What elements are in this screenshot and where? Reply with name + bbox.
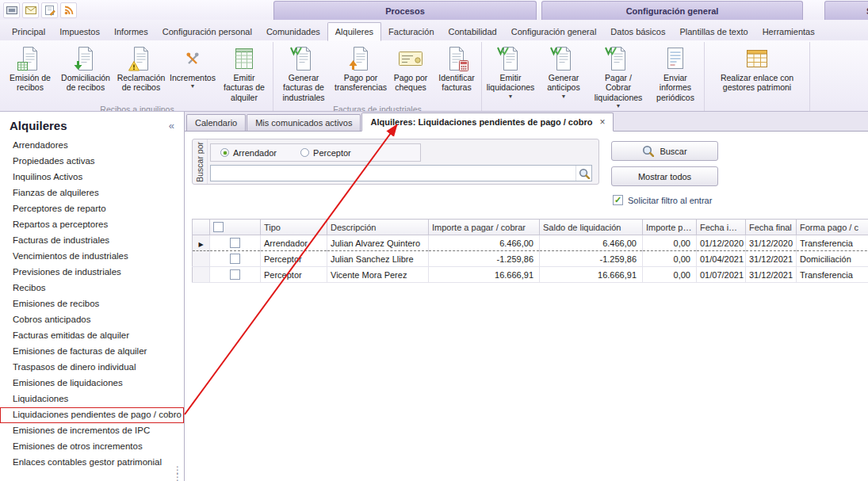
ribbon-button-generar-facturas-industriales[interactable]: Generar facturas de industriales xyxy=(274,42,333,103)
col-saldo-liquidacion[interactable]: Saldo de liquidación xyxy=(540,220,643,235)
sidebar-item[interactable]: Inquilinos Activos xyxy=(0,170,184,185)
table-row[interactable]: ▶ Perceptor Julian Sanchez Llibre -1.259… xyxy=(193,251,868,267)
transfer-payment-icon xyxy=(347,45,374,72)
select-all-checkbox[interactable] xyxy=(213,222,224,232)
mostrar-todos-button[interactable]: Mostrar todos xyxy=(611,166,718,186)
filter-checkbox-label[interactable]: Solicitar filtro al entrar xyxy=(628,196,712,205)
sidebar-item[interactable]: Vencimientos de industriales xyxy=(0,249,184,265)
sidebar-item[interactable]: Emisiones de facturas de alquiler xyxy=(0,344,184,360)
screenshot-icon[interactable] xyxy=(3,2,20,18)
mail-icon[interactable] xyxy=(22,2,39,18)
sidebar-item[interactable]: Perceptores de reparto xyxy=(0,201,184,217)
sidebar-item[interactable]: Emisiones de liquidaciones xyxy=(0,376,184,391)
ribbon-tab[interactable]: Contabilidad xyxy=(442,23,504,40)
search-lookup-icon[interactable] xyxy=(575,166,591,181)
ribbon-tab[interactable]: Facturación xyxy=(381,23,441,40)
ribbon-button-pagar-cobrar-liquidaciones[interactable]: Pagar / Cobrar liquidaciones ▼ xyxy=(589,42,648,109)
collapse-sidebar-icon[interactable]: « xyxy=(169,120,174,132)
search-input[interactable] xyxy=(211,166,575,181)
close-tab-icon[interactable]: × xyxy=(599,116,605,128)
ribbon-tab[interactable]: Alquileres xyxy=(327,22,381,41)
col-fecha-final[interactable]: Fecha final xyxy=(746,220,797,235)
sidebar-item[interactable]: Repartos a perceptores xyxy=(0,217,184,233)
claim-warning-icon xyxy=(128,45,155,72)
sidebar-item[interactable]: Previsiones de industriales xyxy=(0,265,184,281)
receipt-emission-icon xyxy=(17,45,44,72)
tab-label: Calendario xyxy=(195,118,237,128)
ribbon-button-generar-anticipos[interactable]: Generar anticipos ▼ xyxy=(538,42,589,109)
ribbon-button-pago-cheques[interactable]: Pago por cheques xyxy=(388,42,433,103)
current-row-indicator: ▶ xyxy=(198,241,203,248)
cell-importe: 6.466,00 xyxy=(429,235,540,251)
main-panel: Calendario Mis comunicados activos Alqui… xyxy=(185,112,868,481)
ribbon-tab[interactable]: Plantillas de texto xyxy=(672,23,755,40)
radio-label: Arrendador xyxy=(233,148,277,158)
ribbon-button-enviar-informes-periodicos[interactable]: Enviar informes periódicos xyxy=(648,42,703,109)
radio-label: Perceptor xyxy=(313,148,351,158)
grid-body: ▶ Arrendador Julian Alvarez Quintero 6.4… xyxy=(193,235,868,283)
tab-liquidaciones-pendientes[interactable]: Alquileres: Liquidaciones pendientes de … xyxy=(361,113,614,132)
ribbon-tab[interactable]: Configuración general xyxy=(504,23,604,40)
sidebar-item[interactable]: Liquidaciones pendientes de pago / cobro xyxy=(0,407,184,423)
col-forma-pago[interactable]: Forma pago / c xyxy=(797,220,868,235)
row-checkbox[interactable] xyxy=(230,269,240,280)
ribbon-button-identificar-facturas[interactable]: Identificar facturas xyxy=(433,42,480,103)
cell-saldo: 6.466,00 xyxy=(540,235,643,251)
ribbon-tab[interactable]: Herramientas xyxy=(755,23,822,40)
note-edit-icon[interactable] xyxy=(41,2,58,18)
sidebar-item[interactable]: Propiedades activas xyxy=(0,154,184,170)
table-row[interactable]: ▶ Perceptor Vicente Mora Perez 16.666,91… xyxy=(193,267,868,283)
tab-mis-comunicados-activos[interactable]: Mis comunicados activos xyxy=(247,114,361,131)
table-row[interactable]: ▶ Arrendador Julian Alvarez Quintero 6.4… xyxy=(193,235,868,251)
ribbon-button-emitir-facturas-alquiler[interactable]: Emitir facturas de alquiler xyxy=(216,42,272,103)
sidebar-item[interactable]: Liquidaciones xyxy=(0,391,184,407)
tab-calendario[interactable]: Calendario xyxy=(186,114,246,131)
sidebar-item[interactable]: Facturas emitidas de alquiler xyxy=(0,328,184,344)
sidebar-item[interactable]: Cobros anticipados xyxy=(0,312,184,328)
ribbon-tab[interactable]: Informes xyxy=(107,23,155,40)
ribbon-button-reclamacion-recibos[interactable]: Reclamación de recibos xyxy=(113,42,169,103)
sidebar-item[interactable]: Arrendadores xyxy=(0,138,184,154)
filter-checkbox[interactable] xyxy=(613,195,623,205)
pay-collect-settlements-icon xyxy=(605,45,632,72)
sidebar-item[interactable]: Emisiones de otros incrementos xyxy=(0,439,184,455)
sidebar-item[interactable]: Recibos xyxy=(0,281,184,296)
ribbon-button-domiciliacion-recibos[interactable]: Domiciliación de recibos xyxy=(58,42,113,103)
sidebar-item[interactable]: Enlaces contables gestor patrimonial xyxy=(0,455,184,471)
row-checkbox-cell xyxy=(210,267,261,283)
grid-wrap: Tipo Descripción Importe a pagar / cobra… xyxy=(192,219,868,481)
ribbon-button-emitir-liquidaciones[interactable]: Emitir liquidaciones ▼ xyxy=(483,42,538,109)
feed-icon[interactable] xyxy=(60,2,77,18)
sidebar-item[interactable]: Emisiones de recibos xyxy=(0,296,184,312)
sidebar-item[interactable]: Facturas de industriales xyxy=(0,233,184,249)
row-checkbox[interactable] xyxy=(230,254,240,264)
row-checkbox[interactable] xyxy=(230,238,240,248)
radio-arrendador[interactable]: Arrendador xyxy=(220,148,277,158)
ribbon-tab[interactable]: Principal xyxy=(5,23,52,40)
row-checkbox-cell xyxy=(210,235,261,251)
col-importe-pagar-cobrar[interactable]: Importe a pagar / cobrar xyxy=(429,220,540,235)
radio-perceptor[interactable]: Perceptor xyxy=(300,148,351,158)
document-tab-bar: Calendario Mis comunicados activos Alqui… xyxy=(185,112,868,132)
sidebar-item[interactable]: Fianzas de alquileres xyxy=(0,185,184,201)
ribbon-tab[interactable]: Impuestos xyxy=(52,23,107,40)
sidebar-resize-grip[interactable]: ⋮⋮ xyxy=(173,467,182,481)
col-descripcion[interactable]: Descripción xyxy=(327,220,429,235)
content-area: Alquileres « ArrendadoresPropiedades act… xyxy=(0,112,868,481)
cell-pagado: 0,00 xyxy=(643,251,697,267)
ribbon-button-emision-recibos[interactable]: Emisión de recibos xyxy=(2,42,58,103)
ribbon-button-realizar-enlace[interactable]: Realizar enlace con gestores patrimoni xyxy=(705,42,809,99)
ribbon-button-pago-transferencias[interactable]: Pago por transferencias xyxy=(333,42,388,103)
ribbon-group-facturas-industriales: Generar facturas de industriales Pago po… xyxy=(273,42,482,111)
col-fecha-inicial[interactable]: Fecha inicial xyxy=(697,220,746,235)
sidebar-item[interactable]: Emisiones de incrementos de IPC xyxy=(0,423,184,439)
buscar-button[interactable]: Buscar xyxy=(611,141,718,161)
row-checkbox-cell xyxy=(210,251,261,267)
col-tipo[interactable]: Tipo xyxy=(261,220,327,235)
ribbon-tab[interactable]: Configuración personal xyxy=(155,23,259,40)
sidebar-item[interactable]: Traspasos de dinero individual xyxy=(0,360,184,376)
ribbon-button-incrementos[interactable]: Incrementos ▼ xyxy=(169,42,216,103)
ribbon-tab[interactable]: Comunidades xyxy=(259,23,327,40)
col-importe-pagado[interactable]: Importe pagado ... xyxy=(643,220,697,235)
ribbon-tab[interactable]: Datos básicos xyxy=(603,23,672,40)
